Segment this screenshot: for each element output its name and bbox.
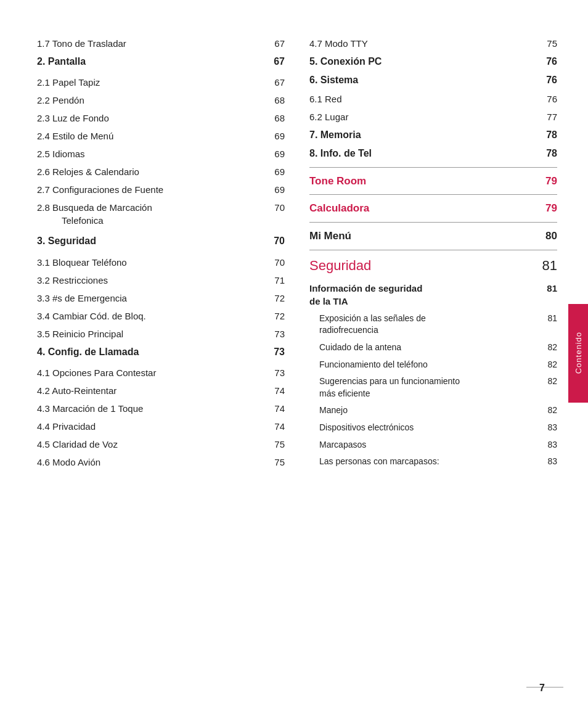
list-item: 2.5 Idiomas 69	[37, 147, 285, 160]
entry-label: 3.5 Reinicio Principal	[37, 327, 270, 340]
entry-page: 77	[542, 110, 557, 123]
entry-page: 70	[270, 234, 285, 248]
entry-page: 83	[542, 456, 557, 468]
entry-page: 68	[270, 94, 285, 107]
entry-label: Cuidado de la antena	[309, 342, 542, 354]
list-item: Marcapasos 83	[309, 439, 557, 451]
list-item: 3.5 Reinicio Principal 73	[37, 327, 285, 340]
entry-label: 3.4 Cambiar Cód. de Bloq.	[37, 310, 270, 322]
entry-label: 3.1 Bloquear Teléfono	[37, 256, 270, 269]
entry-page: 73	[270, 345, 285, 359]
list-item: 2.8 Busqueda de Marcación Telefonica 70	[37, 201, 285, 227]
entry-page: 73	[270, 327, 285, 340]
entry-page: 78	[542, 147, 557, 160]
list-item: 6.1 Red 76	[309, 92, 557, 105]
entry-label: 2.3 Luz de Fondo	[37, 112, 270, 125]
entry-page: 74	[270, 384, 285, 397]
list-item: 2.4 Estilo de Menú 69	[37, 129, 285, 142]
section-divider	[309, 167, 557, 168]
entry-page: 69	[270, 165, 285, 178]
right-column: 4.7 Modo TTY 75 5. Conexión PC 76 6. Sis…	[309, 37, 557, 681]
list-item: 3. Seguridad 70	[37, 234, 285, 248]
entry-page: 78	[542, 128, 557, 142]
entry-label: 7. Memoria	[309, 128, 542, 142]
entry-page: 76	[542, 73, 557, 87]
entry-label: 4.6 Modo Avión	[37, 456, 270, 469]
page-number: 7	[539, 683, 545, 694]
list-item: 4.3 Marcación de 1 Toque 74	[37, 402, 285, 415]
entry-label: 2.2 Pendón	[37, 94, 270, 107]
list-item: 4.1 Opciones Para Contestar 73	[37, 366, 285, 379]
entry-label: 4. Config. de Llamada	[37, 345, 270, 359]
list-item: Las personas con marcapasos: 83	[309, 456, 557, 468]
entry-label: 1.7 Tono de Trasladar	[37, 37, 270, 50]
list-item: Dispositivos electrónicos 83	[309, 422, 557, 434]
entry-label: 4.7 Modo TTY	[309, 37, 542, 50]
list-item: 1.7 Tono de Trasladar 67	[37, 37, 285, 50]
page-container: 1.7 Tono de Trasladar 67 2. Pantalla 67 …	[0, 0, 588, 706]
entry-page: 67	[270, 76, 285, 89]
entry-label: Exposición a las señales deradiofrecuenc…	[309, 313, 542, 337]
entry-page: 76	[542, 92, 557, 105]
entry-page: 67	[270, 37, 285, 50]
entry-label: Las personas con marcapasos:	[309, 456, 542, 468]
entry-label: Información de seguridadde la TIA	[309, 282, 542, 308]
entry-page: 74	[270, 402, 285, 415]
list-item: Exposición a las señales deradiofrecuenc…	[309, 313, 557, 337]
list-item: 2.2 Pendón 68	[37, 94, 285, 107]
list-item: 2.6 Relojes & Calendario 69	[37, 165, 285, 178]
list-item: 4.5 Claridad de Voz 75	[37, 438, 285, 451]
entry-page: 75	[542, 37, 557, 50]
list-item: 2.3 Luz de Fondo 68	[37, 112, 285, 125]
entry-page: 70	[270, 256, 285, 269]
entry-label: Sugerencias para un funcionamientomás ef…	[309, 376, 542, 400]
entry-page: 72	[270, 292, 285, 305]
section-divider	[309, 250, 557, 250]
list-item: 6.2 Lugar 77	[309, 110, 557, 123]
entry-label: Manejo	[309, 404, 542, 417]
list-item: 2. Pantalla 67	[37, 55, 285, 68]
list-item: 4.7 Modo TTY 75	[309, 37, 557, 50]
entry-page: 79	[542, 174, 557, 189]
entry-page: 80	[542, 229, 557, 244]
entry-page: 76	[542, 55, 557, 68]
entry-label: Funcionamiento del teléfono	[309, 359, 542, 371]
left-column: 1.7 Tono de Trasladar 67 2. Pantalla 67 …	[37, 37, 285, 681]
list-item: 2.7 Configuraciones de Fuente 69	[37, 183, 285, 196]
entry-label: 2.4 Estilo de Menú	[37, 129, 270, 142]
entry-label: Dispositivos electrónicos	[309, 422, 542, 434]
entry-label: 2. Pantalla	[37, 55, 270, 68]
entry-page: 81	[542, 257, 557, 276]
entry-page: 83	[542, 439, 557, 451]
entry-page: 71	[270, 274, 285, 287]
entry-label: 6.1 Red	[309, 92, 542, 105]
entry-page: 81	[542, 313, 557, 325]
entry-label: 5. Conexión PC	[309, 55, 542, 68]
entry-page: 79	[542, 201, 557, 216]
entry-page: 72	[270, 310, 285, 322]
list-item: 4. Config. de Llamada 73	[37, 345, 285, 359]
calculadora-entry: Calculadora 79	[309, 201, 557, 216]
list-item: 3.4 Cambiar Cód. de Bloq. 72	[37, 310, 285, 322]
list-item: 7. Memoria 78	[309, 128, 557, 142]
entry-label: 4.3 Marcación de 1 Toque	[37, 402, 270, 415]
entry-page: 69	[270, 183, 285, 196]
entry-label: 2.5 Idiomas	[37, 147, 270, 160]
bottom-line	[526, 687, 563, 688]
entry-label: 4.5 Claridad de Voz	[37, 438, 270, 451]
entry-label: Marcapasos	[309, 439, 542, 451]
entry-page: 67	[270, 55, 285, 68]
list-item: Sugerencias para un funcionamientomás ef…	[309, 376, 557, 400]
list-item: 3.2 Restricciones 71	[37, 274, 285, 287]
list-item: 4.4 Privacidad 74	[37, 420, 285, 433]
entry-page: 73	[270, 366, 285, 379]
entry-label: 6.2 Lugar	[309, 110, 542, 123]
sidebar-label: Contenido	[574, 332, 583, 374]
entry-page: 70	[270, 201, 285, 214]
entry-label: 3.2 Restricciones	[37, 274, 270, 287]
entry-label: 2.8 Busqueda de Marcación Telefonica	[37, 201, 270, 227]
list-item: 4.2 Auto-Reintentar 74	[37, 384, 285, 397]
seguridad-entry: Seguridad 81	[309, 257, 557, 276]
content-columns: 1.7 Tono de Trasladar 67 2. Pantalla 67 …	[37, 37, 557, 681]
entry-page: 75	[270, 456, 285, 469]
